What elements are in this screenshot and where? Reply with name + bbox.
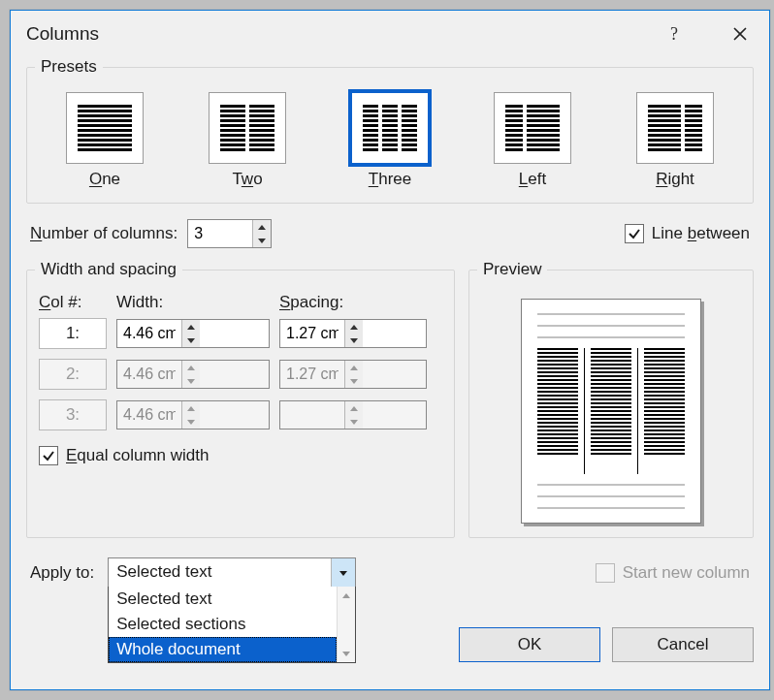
spin-down: [345, 374, 363, 388]
spin-up: [182, 401, 200, 415]
line-between-label: Line between: [652, 224, 750, 243]
ws-row-1: 1:: [39, 318, 442, 349]
help-icon[interactable]: ?: [659, 20, 690, 48]
ws-legend: Width and spacing: [35, 260, 182, 279]
checkbox-icon: [596, 563, 615, 583]
spin-up[interactable]: [345, 320, 363, 334]
equal-width-label: Equal column width: [66, 446, 209, 465]
ws-row-2: 2:: [39, 359, 442, 390]
listbox-scrollbar[interactable]: [337, 587, 355, 662]
preset-three[interactable]: Three: [332, 92, 448, 189]
spin-up: [182, 361, 200, 374]
apply-opt-selected-text[interactable]: Selected text: [109, 587, 337, 612]
ws-row-1-width[interactable]: [116, 319, 270, 348]
row-numcols-linebetween: Number of columns: Line between: [30, 219, 750, 248]
button-row: OK Cancel: [459, 627, 754, 662]
chevron-down-icon[interactable]: [331, 558, 355, 588]
numcols-up[interactable]: [253, 220, 271, 234]
apply-opt-whole-document[interactable]: Whole document: [109, 637, 337, 662]
preset-two[interactable]: Two: [189, 92, 306, 189]
ws-row-2-width: [116, 360, 270, 389]
ws-row-3-num: 3:: [39, 399, 107, 430]
ws-row-1-spacing-field[interactable]: [280, 320, 344, 347]
ws-row-3-spacing: [279, 400, 427, 430]
spin-up[interactable]: [182, 320, 200, 334]
line-between-checkbox[interactable]: Line between: [625, 224, 750, 243]
apply-row: Apply to: Selected text Selected text Se…: [30, 557, 750, 589]
numcols-input[interactable]: [187, 219, 272, 248]
columns-dialog: Columns ? Presets One: [10, 10, 770, 690]
ws-row-3-spacing-field: [280, 401, 344, 429]
preset-left[interactable]: Left: [474, 92, 591, 189]
checkbox-icon: [625, 224, 644, 243]
ws-head-spacing: Spacing:: [279, 293, 427, 312]
scroll-down-icon[interactable]: [338, 645, 355, 662]
checkbox-icon: [39, 446, 58, 465]
spin-up: [345, 401, 363, 415]
close-icon[interactable]: [725, 20, 756, 48]
dialog-content: Presets One Two: [11, 55, 769, 689]
ws-head-col: Col #:: [39, 293, 107, 312]
ws-row-2-num: 2:: [39, 359, 107, 390]
apply-to-label: Apply to:: [30, 563, 94, 583]
preview-legend: Preview: [477, 260, 547, 279]
spin-down[interactable]: [182, 334, 200, 347]
preset-right[interactable]: Right: [617, 92, 733, 189]
preset-three-label: Three: [369, 170, 411, 189]
spin-up: [345, 361, 363, 374]
ws-row-1-num: 1:: [39, 318, 107, 349]
scroll-up-icon[interactable]: [338, 587, 355, 604]
ws-rows: 1: 2:: [39, 318, 442, 430]
preset-one[interactable]: One: [47, 92, 163, 189]
apply-to-listbox[interactable]: Selected text Selected sections Whole do…: [108, 587, 356, 663]
ws-row-3-width: [116, 400, 270, 430]
ws-row-3: 3:: [39, 399, 442, 430]
preset-two-label: Two: [232, 170, 262, 189]
title-buttons: ?: [659, 20, 756, 48]
ws-row-1-spacing[interactable]: [279, 319, 427, 348]
presets-legend: Presets: [35, 57, 103, 77]
ws-row-2-spacing-field: [280, 361, 344, 388]
spin-down[interactable]: [345, 334, 363, 347]
equal-width-checkbox[interactable]: Equal column width: [39, 446, 442, 465]
preview-group: Preview: [468, 260, 754, 538]
apply-to-selected: Selected text: [109, 558, 331, 588]
spin-down: [182, 374, 200, 388]
numcols-label: Number of columns:: [30, 224, 177, 243]
ws-row-3-width-field: [117, 401, 181, 429]
cancel-button[interactable]: Cancel: [612, 627, 754, 662]
width-spacing-group: Width and spacing Col #: Width: Spacing:…: [26, 260, 455, 538]
spin-down: [345, 415, 363, 429]
dialog-title: Columns: [26, 23, 99, 45]
preview-page: [521, 299, 701, 524]
ws-row-2-spacing: [279, 360, 427, 389]
title-bar: Columns ?: [11, 11, 769, 55]
start-new-column-checkbox: Start new column: [596, 563, 750, 583]
preset-one-label: One: [89, 170, 120, 189]
preset-right-label: Right: [656, 170, 694, 189]
numcols-field[interactable]: [188, 220, 252, 247]
presets-row: One Two Three: [39, 90, 741, 189]
apply-opt-selected-sections[interactable]: Selected sections: [109, 612, 337, 637]
preset-left-label: Left: [519, 170, 546, 189]
svg-text:?: ?: [670, 24, 678, 44]
numcols: Number of columns:: [30, 219, 272, 248]
presets-group: Presets One Two: [26, 57, 754, 204]
numcols-down[interactable]: [253, 234, 271, 247]
ws-head: Col #: Width: Spacing:: [39, 293, 442, 312]
start-new-column-label: Start new column: [623, 563, 750, 583]
midrow: Width and spacing Col #: Width: Spacing:…: [26, 260, 754, 538]
ws-row-1-width-field[interactable]: [117, 320, 181, 347]
ok-button[interactable]: OK: [459, 627, 600, 662]
apply-to-dropdown[interactable]: Selected text Selected text Selected sec…: [108, 557, 356, 589]
spin-down: [182, 415, 200, 429]
ws-head-width: Width:: [116, 293, 270, 312]
ws-row-2-width-field: [117, 361, 181, 388]
